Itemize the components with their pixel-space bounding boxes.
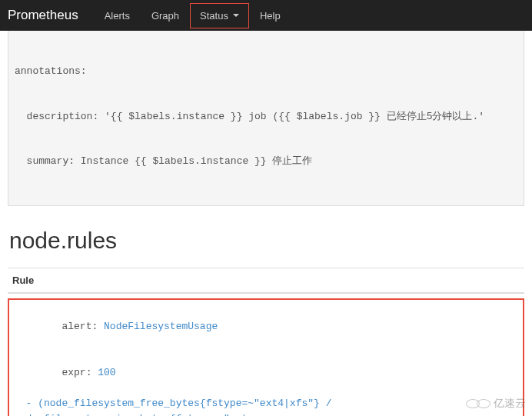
chevron-down-icon xyxy=(233,14,239,17)
code-line: expr: 100 xyxy=(14,350,518,396)
expr-value-link[interactable]: 100 xyxy=(98,367,115,378)
rule-block-1: alert: NodeFilesystemUsage expr: 100 - (… xyxy=(8,294,524,417)
watermark-icon xyxy=(466,399,480,408)
brand-logo[interactable]: Prometheus xyxy=(8,8,78,23)
nav-help[interactable]: Help xyxy=(249,2,291,29)
partial-rule-top: annotations: description: '{{ $labels.in… xyxy=(8,31,524,206)
watermark: 亿速云 xyxy=(466,397,526,411)
rule-column-header: Rule xyxy=(8,268,524,294)
watermark-text: 亿速云 xyxy=(494,397,526,411)
code-line: annotations: xyxy=(15,64,517,79)
code-line: summary: Instance {{ $labels.instance }}… xyxy=(15,154,517,169)
nav-alerts[interactable]: Alerts xyxy=(94,2,141,29)
alert-name-link[interactable]: NodeFilesystemUsage xyxy=(104,321,218,332)
expr-keyword: expr: xyxy=(62,367,98,378)
code-line: alert: NodeFilesystemUsage xyxy=(14,304,518,350)
alert-keyword: alert: xyxy=(62,321,104,332)
navbar: Prometheus Alerts Graph Status Help xyxy=(0,0,532,31)
nav-links: Alerts Graph Status Help xyxy=(94,2,291,29)
code-line: description: '{{ $labels.instance }} job… xyxy=(15,109,517,125)
section-title: node.rules xyxy=(9,228,524,254)
nav-graph[interactable]: Graph xyxy=(141,2,190,29)
highlight-box: alert: NodeFilesystemUsage expr: 100 - (… xyxy=(8,298,524,417)
nav-status-label: Status xyxy=(200,10,228,22)
page-content: annotations: description: '{{ $labels.in… xyxy=(0,31,532,416)
nav-status[interactable]: Status xyxy=(190,3,249,28)
expr-line[interactable]: - (node_filesystem_free_bytes{fstype=~"e… xyxy=(14,396,518,416)
